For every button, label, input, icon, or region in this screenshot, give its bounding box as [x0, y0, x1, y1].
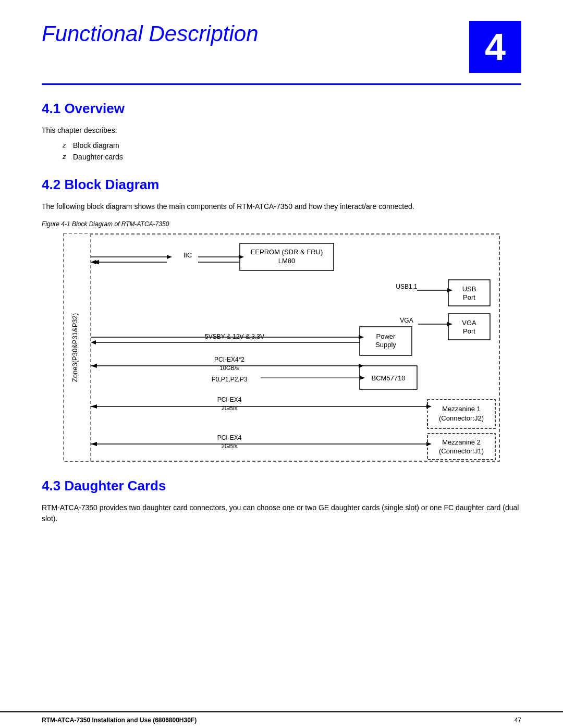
- svg-rect-21: [427, 434, 495, 460]
- svg-text:PCI-EX4*2: PCI-EX4*2: [214, 356, 244, 363]
- svg-text:IIC: IIC: [183, 251, 192, 259]
- svg-text:USB1.1: USB1.1: [396, 283, 418, 290]
- section-42-body: The following block diagram shows the ma…: [42, 201, 521, 212]
- blue-rule: [42, 83, 521, 85]
- svg-text:Zone3(P30&P31&P32): Zone3(P30&P31&P32): [71, 313, 79, 382]
- chapter-number-box: 4: [469, 21, 521, 73]
- title-block: Functional Description: [42, 21, 469, 47]
- svg-rect-10: [448, 314, 490, 340]
- svg-rect-7: [448, 280, 490, 306]
- footer: RTM-ATCA-7350 Installation and Use (6806…: [0, 711, 563, 728]
- figure-caption: Figure 4-1 Block Diagram of RTM-ATCA-735…: [42, 220, 521, 228]
- svg-text:5VSBY & 12V & 3.3V: 5VSBY & 12V & 3.3V: [205, 333, 264, 340]
- svg-text:USB: USB: [462, 285, 476, 293]
- footer-right: 47: [515, 717, 521, 724]
- page-title: Functional Description: [42, 21, 469, 47]
- svg-text:EEPROM (SDR & FRU): EEPROM (SDR & FRU): [251, 248, 323, 256]
- bullet-text: Daughter cards: [73, 153, 123, 161]
- svg-text:Mezzanine 2: Mezzanine 2: [442, 438, 481, 446]
- svg-text:(Connector:J1): (Connector:J1): [439, 447, 484, 455]
- bullet-z: z: [63, 141, 69, 149]
- section-42-number: 4.2: [42, 177, 60, 192]
- svg-text:BCM57710: BCM57710: [371, 374, 405, 382]
- section-43-body: RTM-ATCA-7350 provides two daughter card…: [42, 502, 521, 524]
- section-42: 4.2 Block Diagram The following block di…: [42, 177, 521, 462]
- svg-text:Port: Port: [463, 327, 475, 335]
- svg-text:Port: Port: [463, 293, 475, 301]
- content: 4.1 Overview This chapter describes: z B…: [0, 101, 563, 524]
- section-42-heading: 4.2 Block Diagram: [42, 177, 521, 193]
- list-item: z Daughter cards: [63, 153, 521, 161]
- bullet-text: Block diagram: [73, 141, 119, 150]
- footer-left: RTM-ATCA-7350 Installation and Use (6806…: [42, 717, 197, 724]
- section-41-intro: This chapter describes:: [42, 125, 521, 136]
- header: Functional Description 4: [0, 0, 563, 73]
- chapter-number: 4: [485, 26, 506, 68]
- svg-text:Supply: Supply: [375, 341, 396, 349]
- svg-text:P0,P1,P2,P3: P0,P1,P2,P3: [212, 376, 248, 383]
- svg-text:PCI-EX4: PCI-EX4: [217, 396, 242, 403]
- list-item: z Block diagram: [63, 141, 521, 150]
- section-43: 4.3 Daughter Cards RTM-ATCA-7350 provide…: [42, 478, 521, 524]
- svg-text:PCI-EX4: PCI-EX4: [217, 434, 242, 441]
- svg-text:(Connector:J2): (Connector:J2): [439, 414, 484, 422]
- bullet-z: z: [63, 153, 69, 161]
- svg-text:VGA: VGA: [400, 317, 413, 324]
- svg-text:VGA: VGA: [462, 319, 476, 327]
- section-41-title: Overview: [64, 101, 125, 116]
- svg-text:LM80: LM80: [278, 257, 296, 265]
- section-41-number: 4.1: [42, 101, 60, 116]
- svg-text:Mezzanine 1: Mezzanine 1: [442, 405, 481, 413]
- section-41-bullets: z Block diagram z Daughter cards: [63, 141, 521, 161]
- section-43-number: 4.3: [42, 478, 60, 493]
- block-diagram: Zone3(P30&P31&P32) EEPROM (SDR & FRU) LM…: [63, 233, 500, 462]
- section-41-heading: 4.1 Overview: [42, 101, 521, 117]
- section-42-title: Block Diagram: [64, 177, 159, 192]
- svg-text:Power: Power: [376, 332, 396, 340]
- page: Functional Description 4 4.1 Overview Th…: [0, 0, 563, 728]
- section-43-title: Daughter Cards: [64, 478, 166, 493]
- section-41: 4.1 Overview This chapter describes: z B…: [42, 101, 521, 161]
- section-43-heading: 4.3 Daughter Cards: [42, 478, 521, 494]
- svg-text:2GB/s: 2GB/s: [222, 405, 238, 411]
